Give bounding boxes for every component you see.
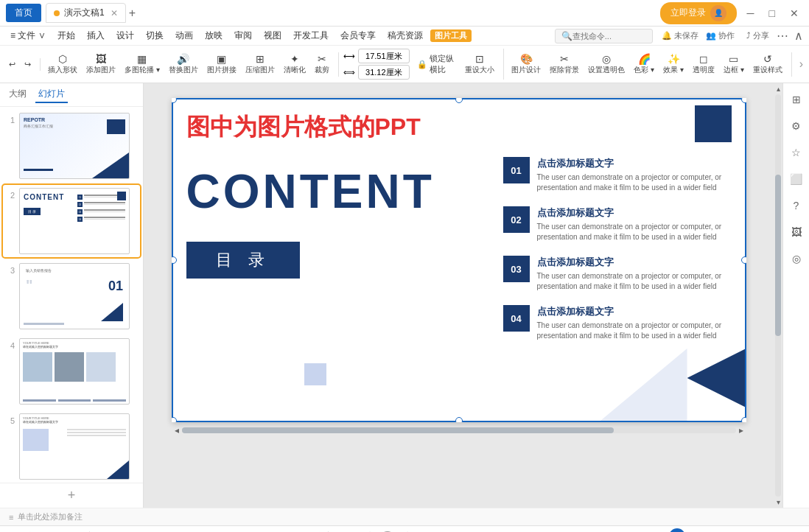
resize-handle-tr[interactable]	[741, 98, 746, 103]
transparency-button[interactable]: ◻ 透明度	[690, 52, 718, 77]
crop-button[interactable]: ✂ 裁剪	[312, 52, 332, 77]
slide-item[interactable]: 5 YOUR TITLE HERE 请在此输入您的副标题文字	[3, 410, 140, 483]
rp-grid-button[interactable]: ⊞	[786, 89, 807, 110]
tab-close-icon[interactable]: ✕	[111, 8, 118, 18]
remove-bg-button[interactable]: ✂ 抠除背景	[547, 52, 582, 77]
search-input[interactable]	[572, 32, 646, 41]
height-input[interactable]	[358, 65, 410, 80]
resize-button[interactable]: ⊡ 重设大小	[462, 52, 497, 77]
document-tab[interactable]: 演示文稿1 ✕	[46, 3, 126, 23]
slide-item[interactable]: 3 输入员销售报告 " 01	[3, 260, 140, 332]
mini-captions-4	[23, 399, 126, 402]
slide-item[interactable]: 4 YOUR TITLE HERE 请在此输入您的副标题文字	[3, 335, 140, 407]
menu-insert[interactable]: 插入	[83, 28, 109, 43]
set-transparent-button[interactable]: ◎ 设置透明色	[585, 52, 628, 77]
minimize-button[interactable]: ─	[743, 6, 759, 21]
collab-button[interactable]: 👥 协作	[701, 29, 739, 43]
resize-handle-rc[interactable]	[741, 256, 746, 264]
decorative-shape-br	[687, 349, 746, 407]
menu-start[interactable]: 开始	[53, 28, 80, 43]
login-button[interactable]: 立即登录 👤	[660, 2, 737, 24]
resize-handle-tc[interactable]	[455, 98, 463, 103]
carousel-button[interactable]: ▦ 多图轮播 ▾	[122, 52, 163, 77]
resize-handle-bc[interactable]	[455, 417, 463, 422]
add-image-button[interactable]: 🖼 添加图片	[83, 52, 119, 77]
img-design-icon: 🎨	[520, 54, 533, 64]
menu-member[interactable]: 会员专享	[336, 28, 380, 43]
image-stitch-button[interactable]: ▣ 图片拼接	[204, 52, 239, 77]
resize-handle-tl[interactable]	[172, 98, 177, 103]
normal-view-button[interactable]: ⊞	[609, 529, 623, 532]
play-button[interactable]: ▶	[669, 528, 685, 533]
slide-title-element[interactable]: 图中为图片格式的PPT	[186, 111, 421, 144]
add-slide-button[interactable]: +	[0, 483, 143, 508]
more-menu-button[interactable]: ⋯	[777, 29, 788, 43]
img-tool-badge[interactable]: 图片工具	[430, 29, 472, 42]
scroll-left-button[interactable]: ◂	[172, 425, 182, 435]
scroll-right-button[interactable]: ▸	[736, 425, 746, 435]
resize-handle-br[interactable]	[741, 417, 746, 422]
main-layout: 大纲 幻灯片 1 REPOTR 商务汇报工作汇报 2	[0, 83, 809, 508]
img-design-button[interactable]: 🎨 图片设计	[508, 52, 544, 77]
collapse-ribbon-button[interactable]: ∧	[794, 29, 803, 43]
mini-subtitle-5: 请在此输入您的副标题文字	[23, 420, 58, 424]
menu-file[interactable]: ≡ 文件 ∨	[6, 28, 50, 43]
menu-transition[interactable]: 切换	[141, 28, 168, 43]
mini-bar-3	[24, 323, 64, 325]
menu-animation[interactable]: 动画	[171, 28, 197, 43]
toolbar-more-button[interactable]: ›	[799, 57, 803, 71]
outline-view-button[interactable]: ⊠	[649, 529, 663, 532]
tab-slides[interactable]: 幻灯片	[35, 86, 68, 103]
reset-style-button[interactable]: ↺ 重设样式	[750, 52, 785, 77]
home-button[interactable]: 首页	[6, 4, 41, 22]
slide-item[interactable]: 1 REPOTR 商务汇报工作汇报	[3, 110, 140, 182]
tab-outline[interactable]: 大纲	[6, 86, 29, 103]
rp-settings-button[interactable]: ⚙	[786, 116, 807, 136]
close-button[interactable]: ✕	[785, 6, 803, 21]
sharpen-button[interactable]: ✦ 清晰化	[281, 52, 309, 77]
menu-design[interactable]: 设计	[112, 28, 139, 43]
replace-image-button[interactable]: 🔊 替换图片	[166, 52, 201, 77]
rp-image-button[interactable]: 🖼	[786, 222, 807, 242]
maximize-button[interactable]: □	[765, 6, 780, 21]
mini-line	[67, 435, 126, 436]
border-button[interactable]: ▭ 边框 ▾	[721, 52, 747, 77]
width-input[interactable]	[358, 49, 410, 63]
h-scrollbar: ◂ ▸	[172, 425, 746, 435]
rp-star-button[interactable]: ☆	[786, 142, 807, 163]
undo-button[interactable]: ↩	[6, 58, 18, 71]
scroll-down-button[interactable]: ▾	[777, 498, 780, 506]
menu-view[interactable]: 视图	[259, 28, 286, 43]
menu-resources[interactable]: 稿壳资源	[383, 28, 427, 43]
note-bar[interactable]: ≡ 单击此处添加备注	[0, 508, 809, 525]
reset-style-icon: ↺	[763, 54, 772, 64]
slide-item[interactable]: 2 CONTENT 目 录 01 02	[3, 185, 140, 257]
content-heading[interactable]: CONTENT	[186, 164, 435, 219]
rp-target-button[interactable]: ◎	[786, 248, 807, 269]
resize-handle-lc[interactable]	[172, 256, 177, 264]
menu-review[interactable]: 审阅	[230, 28, 256, 43]
item-number-box-4: 04	[503, 305, 530, 332]
slide-canvas[interactable]: 图中为图片格式的PPT CONTENT 目 录 01	[172, 98, 746, 422]
scroll-up-button[interactable]: ▴	[777, 85, 780, 93]
item-desc-1: The user can demonstrate on a projector …	[537, 172, 732, 193]
effect-button[interactable]: ✨ 效果 ▾	[660, 52, 687, 77]
grid-view-button[interactable]: ⊟	[629, 529, 643, 532]
menu-devtools[interactable]: 开发工具	[289, 28, 333, 43]
scrollbar-track-h[interactable]	[182, 427, 736, 433]
menu-slideshow[interactable]: 放映	[200, 28, 227, 43]
ribbon-search-box[interactable]: 🔍	[555, 29, 653, 43]
color-button[interactable]: 🌈 色彩 ▾	[631, 52, 657, 77]
compress-image-button[interactable]: ⊞ 压缩图片	[242, 52, 278, 77]
mulu-box[interactable]: 目 录	[186, 242, 300, 279]
scrollbar-track-v[interactable]	[775, 94, 781, 497]
add-tab-button[interactable]: +	[129, 7, 136, 20]
item-number-box-3: 03	[503, 256, 530, 282]
rp-help-button[interactable]: ?	[786, 195, 807, 216]
lock-aspect-button[interactable]: 🔒 锁定纵横比	[413, 52, 460, 77]
rp-screen-button[interactable]: ⬜	[786, 169, 807, 189]
redo-button[interactable]: ↪	[21, 58, 34, 71]
insert-shape-button[interactable]: ⬡ 插入形状	[45, 52, 80, 77]
resize-handle-bl[interactable]	[172, 417, 177, 422]
share-button[interactable]: ⤴ 分享	[742, 29, 774, 43]
